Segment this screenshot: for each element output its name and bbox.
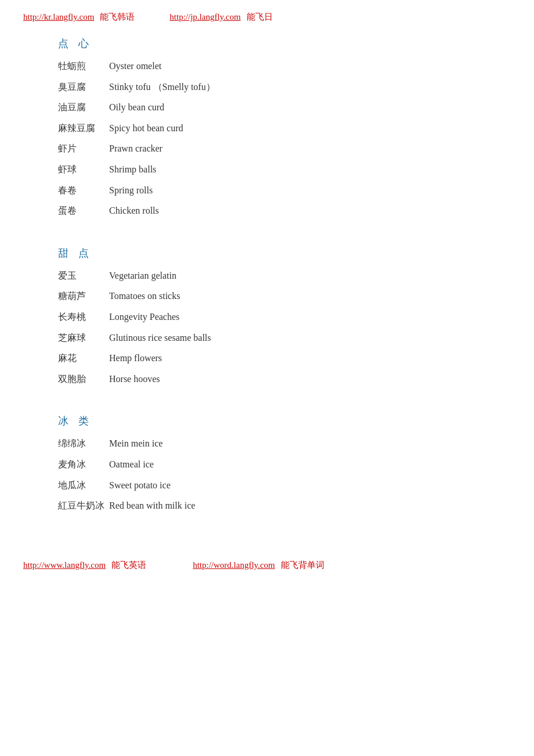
- menu-item-zh-1-0: 爱玉: [58, 268, 104, 283]
- menu-item-zh-1-5: 双胞胎: [58, 372, 104, 387]
- menu-item-en-0-1: Stinky tofu （Smelly tofu）: [109, 80, 215, 95]
- menu-item-en-1-0: Vegetarian gelatin: [109, 268, 176, 283]
- menu-item-zh-2-1: 麦角冰: [58, 457, 104, 472]
- menu-item: 长寿桃Longevity Peaches: [58, 309, 511, 325]
- menu-item-zh-0-5: 虾球: [58, 162, 104, 177]
- footer-bar: http://www.langfly.com 能飞英语 http://word.…: [23, 560, 511, 571]
- menu-item: 双胞胎Horse hooves: [58, 372, 511, 387]
- menu-item-en-2-3: Red bean with milk ice: [109, 498, 195, 513]
- menu-item-zh-0-1: 臭豆腐: [58, 80, 104, 95]
- menu-item-zh-1-2: 长寿桃: [58, 309, 104, 325]
- menu-item: 臭豆腐Stinky tofu （Smelly tofu）: [58, 80, 511, 95]
- menu-item-en-0-3: Spicy hot bean curd: [109, 121, 183, 136]
- menu-item-en-1-3: Glutinous rice sesame balls: [109, 330, 211, 345]
- footer-link-word[interactable]: http://word.langfly.com: [193, 560, 275, 570]
- menu-item-zh-0-7: 蛋卷: [58, 203, 104, 218]
- header-link-jp[interactable]: http://jp.langfly.com: [169, 12, 240, 22]
- menu-item-zh-2-2: 地瓜冰: [58, 478, 104, 493]
- menu-item-zh-0-0: 牡蛎煎: [58, 59, 104, 74]
- menu-item-en-2-2: Sweet potato ice: [109, 478, 171, 493]
- menu-item-en-0-6: Spring rolls: [109, 183, 153, 198]
- menu-item: 虾球Shrimp balls: [58, 162, 511, 177]
- menu-item: 紅豆牛奶冰Red bean with milk ice: [58, 498, 511, 513]
- menu-item: 爱玉Vegetarian gelatin: [58, 268, 511, 283]
- menu-item-en-2-1: Oatmeal ice: [109, 457, 154, 472]
- menu-item-en-1-5: Horse hooves: [109, 372, 160, 387]
- sections-container: 点 心牡蛎煎Oyster omelet臭豆腐Stinky tofu （Smell…: [23, 37, 511, 531]
- footer-label-www: 能飞英语: [111, 560, 146, 571]
- menu-item: 芝麻球Glutinous rice sesame balls: [58, 330, 511, 345]
- menu-item-en-0-4: Prawn cracker: [109, 141, 163, 156]
- menu-item: 虾片Prawn cracker: [58, 141, 511, 156]
- footer-label-word: 能飞背单词: [281, 560, 324, 571]
- section-title-ice: 冰 类: [58, 414, 511, 428]
- menu-item: 麦角冰Oatmeal ice: [58, 457, 511, 472]
- header-link-kr[interactable]: http://kr.langfly.com: [23, 12, 94, 22]
- menu-item-en-1-4: Hemp flowers: [109, 351, 162, 366]
- menu-item: 蛋卷Chicken rolls: [58, 203, 511, 218]
- menu-item-zh-0-6: 春卷: [58, 183, 104, 198]
- header-label-kr: 能飞韩语: [100, 12, 135, 23]
- menu-item-zh-1-1: 糖葫芦: [58, 289, 104, 304]
- menu-item: 地瓜冰Sweet potato ice: [58, 478, 511, 493]
- menu-item: 油豆腐Oily bean curd: [58, 100, 511, 115]
- menu-item-zh-0-2: 油豆腐: [58, 100, 104, 115]
- section-title-dim-sum: 点 心: [58, 37, 511, 51]
- footer-link-www[interactable]: http://www.langfly.com: [23, 560, 106, 570]
- menu-item-zh-1-4: 麻花: [58, 351, 104, 366]
- menu-item-zh-0-4: 虾片: [58, 141, 104, 156]
- menu-item-zh-2-3: 紅豆牛奶冰: [58, 498, 104, 513]
- menu-item-zh-0-3: 麻辣豆腐: [58, 121, 104, 136]
- menu-item-en-0-7: Chicken rolls: [109, 203, 159, 218]
- menu-item-en-1-1: Tomatoes on sticks: [109, 289, 180, 304]
- menu-item: 绵绵冰Mein mein ice: [58, 436, 511, 451]
- menu-item-zh-1-3: 芝麻球: [58, 330, 104, 345]
- header-label-jp: 能飞日: [247, 12, 273, 23]
- menu-item: 麻花Hemp flowers: [58, 351, 511, 366]
- header-bar: http://kr.langfly.com 能飞韩语 http://jp.lan…: [23, 12, 511, 23]
- menu-item-zh-2-0: 绵绵冰: [58, 436, 104, 451]
- menu-item: 麻辣豆腐Spicy hot bean curd: [58, 121, 511, 136]
- menu-item: 牡蛎煎Oyster omelet: [58, 59, 511, 74]
- menu-item-en-0-5: Shrimp balls: [109, 162, 156, 177]
- menu-item-en-2-0: Mein mein ice: [109, 436, 163, 451]
- menu-item: 春卷Spring rolls: [58, 183, 511, 198]
- section-title-desserts: 甜 点: [58, 246, 511, 260]
- menu-item: 糖葫芦Tomatoes on sticks: [58, 289, 511, 304]
- menu-item-en-0-0: Oyster omelet: [109, 59, 161, 74]
- menu-item-en-0-2: Oily bean curd: [109, 100, 164, 115]
- menu-item-en-1-2: Longevity Peaches: [109, 309, 179, 325]
